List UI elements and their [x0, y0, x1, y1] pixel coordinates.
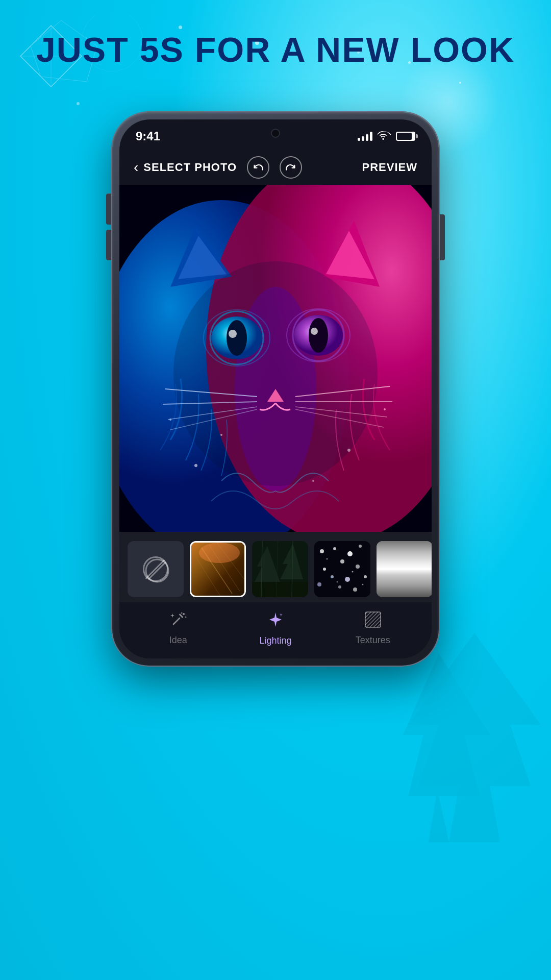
svg-point-17 — [227, 320, 247, 356]
app-headline: JUST 5S FOR A NEW LOOK — [0, 31, 551, 69]
lighting-label: Lighting — [259, 635, 291, 646]
svg-point-63 — [356, 565, 360, 569]
preview-button[interactable]: PREVIEW — [362, 161, 417, 174]
svg-point-61 — [340, 559, 344, 564]
svg-point-37 — [347, 449, 350, 452]
textures-label: Textures — [356, 635, 390, 646]
svg-point-36 — [220, 434, 222, 436]
undo-button[interactable] — [247, 156, 269, 179]
lighting-icon — [266, 610, 285, 632]
svg-point-65 — [345, 577, 350, 582]
no-texture-icon — [143, 556, 168, 582]
texture-forest-item[interactable] — [252, 541, 308, 597]
svg-point-18 — [229, 330, 237, 338]
phone-mockup: 9:41 ‹ — [112, 112, 439, 666]
svg-line-88 — [373, 620, 381, 627]
phone-outer: 9:41 ‹ — [112, 112, 439, 666]
svg-point-57 — [320, 549, 324, 553]
main-image-area — [119, 185, 432, 532]
svg-point-22 — [309, 318, 328, 353]
cat-photo — [119, 185, 432, 532]
svg-point-79 — [185, 617, 187, 618]
svg-line-42 — [148, 562, 166, 579]
svg-point-58 — [333, 547, 336, 550]
signal-bars-icon — [358, 132, 372, 141]
status-time: 9:41 — [136, 129, 160, 143]
bottom-nav-textures[interactable]: Textures — [342, 611, 404, 646]
svg-line-86 — [366, 613, 381, 627]
status-icons — [358, 131, 415, 141]
texture-bronze-item[interactable] — [190, 541, 246, 597]
svg-point-48 — [199, 543, 240, 563]
textures-bar — [119, 532, 432, 602]
textures-icon — [364, 611, 382, 632]
svg-point-35 — [194, 464, 197, 467]
svg-point-38 — [312, 480, 314, 482]
nav-title: SELECT PHOTO — [143, 161, 237, 174]
svg-point-64 — [331, 575, 334, 578]
svg-point-59 — [347, 551, 353, 556]
back-arrow-icon: ‹ — [134, 159, 138, 176]
svg-rect-52 — [252, 582, 308, 597]
svg-point-60 — [359, 545, 362, 548]
idea-icon — [169, 611, 187, 632]
svg-point-69 — [353, 587, 357, 592]
svg-point-80 — [181, 612, 183, 614]
svg-point-23 — [311, 328, 318, 335]
svg-point-70 — [327, 558, 328, 560]
nav-bar: ‹ SELECT PHOTO — [119, 150, 432, 185]
svg-point-68 — [338, 585, 341, 589]
svg-point-15 — [173, 261, 378, 486]
wifi-icon — [378, 131, 391, 141]
svg-point-73 — [362, 584, 364, 585]
svg-point-66 — [364, 575, 367, 578]
camera-hole — [271, 129, 280, 138]
svg-line-76 — [173, 618, 180, 624]
nav-back-button[interactable]: ‹ SELECT PHOTO — [134, 159, 237, 176]
nav-center-icons — [247, 156, 302, 179]
bottom-nav-idea[interactable]: Idea — [147, 611, 209, 646]
svg-point-39 — [169, 419, 171, 421]
svg-point-71 — [352, 571, 354, 573]
svg-point-62 — [323, 568, 326, 571]
phone-screen: 9:41 ‹ — [119, 119, 432, 658]
redo-button[interactable] — [280, 156, 302, 179]
texture-none-item[interactable] — [128, 541, 184, 597]
svg-point-67 — [317, 582, 321, 586]
bottom-nav-lighting[interactable]: Lighting — [245, 610, 306, 646]
svg-rect-81 — [365, 612, 381, 627]
texture-chrome-item[interactable] — [377, 541, 432, 597]
svg-line-85 — [365, 612, 378, 625]
svg-point-72 — [337, 581, 338, 583]
svg-point-78 — [183, 613, 185, 615]
idea-label: Idea — [169, 635, 187, 646]
texture-space-item[interactable] — [314, 541, 370, 597]
bottom-nav: Idea Lighting — [119, 602, 432, 658]
battery-icon — [396, 132, 415, 141]
svg-point-40 — [384, 408, 386, 410]
